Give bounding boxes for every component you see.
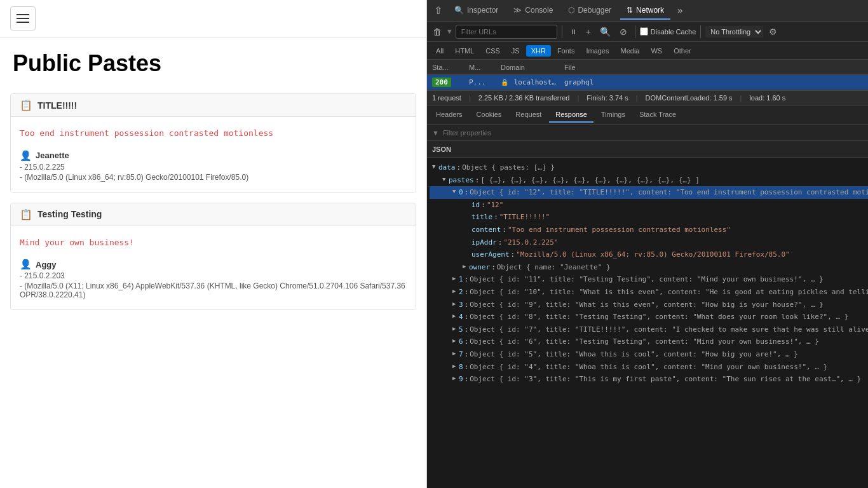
clear-btn[interactable]: 🗑 (430, 24, 445, 39)
author-name-1: Jeanette (36, 151, 69, 160)
network-icon: ⇅ (627, 6, 633, 15)
json-tree-item[interactable]: ▶ 4: Object { id: "8", title: "Testing T… (430, 311, 868, 323)
json-tree-item[interactable]: ▶ 8: Object { id: "4", title: "Whoa this… (430, 361, 868, 374)
resp-tab-request[interactable]: Request (509, 107, 548, 123)
json-value: Object { id: "11", title: "Testing Testi… (470, 274, 823, 285)
devtools-dock-btn[interactable]: ⇧ (431, 2, 445, 19)
resp-tab-cookies[interactable]: Cookies (470, 107, 508, 123)
separator-2 (635, 25, 635, 38)
network-row-graphql[interactable]: 200 P... 🔒 localhost:5... graphql 🌐 publ… (427, 75, 868, 90)
inspector-icon: 🔍 (454, 6, 464, 15)
paste-header-2: 📋 Testing Testing (11, 203, 416, 226)
author-icon-2: 👤 (20, 259, 32, 270)
td-status: 200 (427, 78, 465, 87)
throttling-settings-btn[interactable]: ⚙ (766, 24, 780, 39)
json-colon: : (465, 374, 469, 385)
filter-fonts[interactable]: Fonts (552, 45, 580, 57)
paste-body-2: Mind your own business! 👤 Aggy - 215.0.2… (11, 226, 416, 310)
resp-tab-headers[interactable]: Headers (430, 107, 469, 123)
console-icon: ≫ (513, 6, 522, 15)
json-tree-item[interactable]: ▶ 2: Object { id: "10", title: "What is … (430, 286, 868, 299)
stat-dom: DOMContentLoaded: 1.59 s (646, 94, 733, 102)
expand-arrow[interactable]: ▼ (452, 187, 459, 196)
filter-css[interactable]: CSS (480, 45, 505, 57)
json-tree-item[interactable]: ▶ 7: Object { id: "5", title: "Whoa this… (430, 348, 868, 361)
paste-card-1: 📋 TITLE!!!!! Too end instrument possessi… (10, 93, 416, 193)
expand-arrow[interactable]: ▶ (452, 274, 459, 283)
expand-arrow[interactable]: ▶ (463, 262, 469, 271)
json-tree-item[interactable]: ▶ 5: Object { id: "7", title: "TITLE!!!!… (430, 323, 868, 336)
filter-js[interactable]: JS (506, 45, 525, 57)
json-tree-item: ipAddr: "215.0.2.225" (430, 236, 868, 249)
json-colon: : (491, 262, 496, 273)
filter-all[interactable]: All (431, 45, 449, 57)
json-tree-item[interactable]: ▼ 0: Object { id: "12", title: "TITLE!!!… (430, 186, 868, 199)
block-btn[interactable]: ⊘ (616, 24, 630, 39)
json-tree-item[interactable]: ▶ 3: Object { id: "9", title: "What is t… (430, 299, 868, 311)
tab-network[interactable]: ⇅ Network (620, 2, 670, 20)
json-colon: : (465, 311, 469, 323)
throttling-select[interactable]: No Throttling (705, 26, 763, 37)
json-colon: : (465, 274, 469, 285)
json-tree-item[interactable]: ▶ owner: Object { name: "Jeanette" } (430, 261, 868, 274)
paste-card-2: 📋 Testing Testing Mind your own business… (10, 203, 416, 311)
expand-arrow[interactable]: ▶ (452, 311, 459, 320)
json-tree-item[interactable]: ▶ 1: Object { id: "11", title: "Testing … (430, 273, 868, 286)
lock-icon: 🔒 (501, 79, 508, 86)
network-table-header: Sta... M... Domain File Initiator Type T… (427, 60, 868, 75)
tab-console[interactable]: ≫ Console (507, 2, 559, 20)
filter-ws[interactable]: WS (646, 45, 667, 57)
resp-tab-timings[interactable]: Timings (595, 107, 632, 123)
expand-arrow[interactable]: ▶ (452, 324, 459, 333)
json-tree-item[interactable]: ▼ pastes: [ {…}, {…}, {…}, {…}, {…}, {…}… (430, 174, 868, 187)
th-method: M... (465, 64, 497, 71)
json-tree-item: userAgent: "Mozilla/5.0 (Linux x86_64; r… (430, 248, 868, 261)
hamburger-menu[interactable] (10, 6, 36, 30)
expand-arrow[interactable]: ▶ (452, 287, 459, 295)
disable-cache-checkbox[interactable] (640, 27, 648, 36)
json-colon: : (465, 349, 469, 360)
json-tree-item: content: "Too end instrument possession … (430, 224, 868, 236)
json-tree-item[interactable]: ▶ 9: Object { id: "3", title: "This is m… (430, 373, 868, 386)
pause-btn[interactable]: ⏸ (567, 25, 580, 38)
more-tabs-btn[interactable]: » (673, 2, 687, 19)
expand-arrow[interactable]: ▼ (432, 162, 438, 171)
add-btn[interactable]: + (583, 24, 594, 39)
filter-urls-input[interactable] (456, 25, 557, 39)
json-colon: : (511, 249, 515, 261)
status-badge: 200 (432, 78, 451, 87)
json-tree-item[interactable]: ▶ 6: Object { id: "6", title: "Testing T… (430, 336, 868, 348)
resp-tab-stack[interactable]: Stack Trace (633, 107, 682, 123)
stat-finish: Finish: 3.74 s (587, 94, 628, 102)
disable-cache-label[interactable]: Disable Cache (640, 27, 696, 36)
expand-arrow[interactable]: ▶ (452, 374, 459, 383)
filter-media[interactable]: Media (615, 45, 644, 57)
json-value: "Too end instrument possession contraste… (508, 224, 731, 236)
json-key: 5 (459, 324, 463, 336)
tab-inspector[interactable]: 🔍 Inspector (448, 2, 505, 20)
json-value: Object { id: "6", title: "Testing Testin… (470, 336, 819, 348)
meta-ua-1: - (Mozilla/5.0 (Linux x86_64; rv:85.0) G… (20, 173, 407, 182)
json-key: userAgent (471, 249, 510, 261)
expand-arrow[interactable]: ▶ (452, 362, 459, 370)
expand-arrow[interactable]: ▼ (442, 175, 449, 184)
tab-debugger[interactable]: ⬡ Debugger (562, 2, 618, 20)
hamburger-line-1 (17, 14, 29, 15)
filter-xhr[interactable]: XHR (526, 45, 551, 57)
expand-arrow[interactable]: ▶ (452, 349, 459, 358)
search-btn[interactable]: 🔍 (597, 24, 614, 39)
resp-tab-response[interactable]: Response (549, 107, 593, 123)
expand-arrow[interactable]: ▶ (452, 336, 459, 345)
json-key: 0 (459, 187, 463, 198)
filter-html[interactable]: HTML (450, 45, 479, 57)
author-name-2: Aggy (36, 260, 57, 269)
paste-body-1: Too end instrument possession contrasted… (11, 117, 416, 192)
json-value: Object { id: "3", title: "This is my fir… (470, 374, 861, 385)
json-tree-item[interactable]: ▼ data: Object { pastes: […] } (430, 161, 868, 174)
json-key: data (438, 162, 456, 173)
expand-arrow[interactable]: ▶ (452, 299, 459, 308)
filter-other[interactable]: Other (668, 45, 696, 57)
filter-images[interactable]: Images (581, 45, 614, 57)
json-colon: : (465, 287, 469, 298)
json-colon: : (465, 187, 469, 198)
